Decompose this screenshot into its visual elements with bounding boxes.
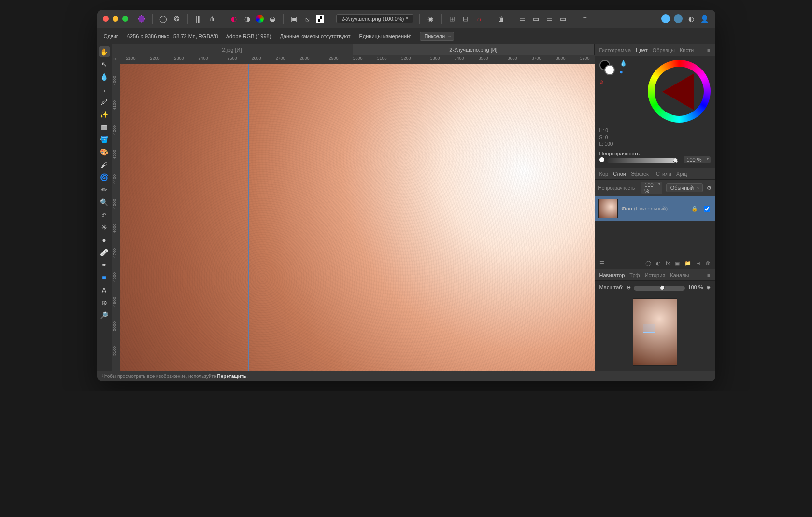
zoom-blur-tool[interactable]: 🔍	[99, 197, 110, 208]
color-swatch-pair[interactable]	[599, 60, 616, 76]
assistant-icon[interactable]: ❂	[172, 14, 182, 24]
blend-mode-select[interactable]: Обычный	[666, 183, 703, 192]
text-tool[interactable]: A	[99, 285, 110, 295]
document-tab[interactable]: 2.jpg [И]	[112, 44, 353, 55]
mode-3-icon[interactable]: ◐	[686, 14, 696, 24]
clone-tool[interactable]: ⎌	[99, 210, 110, 220]
arrange-4-icon[interactable]: ▭	[558, 14, 568, 24]
maximize-icon[interactable]	[122, 16, 128, 22]
tab-stock[interactable]: Хрщ	[676, 171, 687, 177]
panel-menu-icon[interactable]: ≡	[707, 272, 710, 278]
select-diag-icon[interactable]: ⧅	[303, 14, 313, 24]
hand-tool[interactable]: ✋	[99, 46, 110, 57]
marquee-tool[interactable]: ▦	[99, 122, 110, 132]
arrange-1-icon[interactable]: ▭	[518, 14, 527, 24]
tab-brushes[interactable]: Кисти	[680, 47, 694, 53]
document-title[interactable]: 2-Улучшено.png (100.0%) *	[336, 14, 413, 23]
blue-preset-icon[interactable]: ●	[620, 69, 627, 75]
trash-icon[interactable]: 🗑	[496, 14, 506, 24]
canvas[interactable]	[120, 64, 595, 371]
adjust-bw-icon[interactable]: ◑	[242, 14, 252, 24]
tab-history[interactable]: История	[645, 272, 666, 278]
tab-adjust[interactable]: Кор	[599, 171, 609, 177]
layer-opacity-value[interactable]: 100 %	[641, 182, 662, 194]
adjust-color-icon[interactable]	[256, 15, 264, 23]
quickmask-icon[interactable]: ◉	[426, 14, 435, 24]
close-icon[interactable]	[103, 16, 109, 22]
magic-wand-tool[interactable]: ✨	[99, 109, 110, 120]
tab-swatches[interactable]: Образцы	[653, 47, 675, 53]
vertical-guide[interactable]	[248, 64, 249, 371]
navigator-thumbnail[interactable]	[633, 298, 677, 366]
layer-visible-checkbox[interactable]	[704, 206, 710, 212]
tab-transform[interactable]: Трф	[629, 272, 640, 278]
mode-1-icon[interactable]	[661, 14, 670, 23]
align-2-icon[interactable]: ≣	[594, 14, 603, 24]
snap-edge-icon[interactable]: ⊟	[461, 14, 470, 24]
add-layer-icon[interactable]: ⊞	[696, 260, 700, 266]
mixer-brush-tool[interactable]: 🌀	[99, 172, 110, 182]
tab-histogram[interactable]: Гистограмма	[599, 47, 631, 53]
adjust-hsl-icon[interactable]: ◐	[229, 14, 239, 24]
color-picker-tool[interactable]: 💧	[99, 71, 110, 82]
panel-menu-icon[interactable]: ≡	[707, 47, 710, 53]
shape-tool[interactable]: ■	[99, 272, 110, 283]
color-wheel[interactable]	[648, 60, 711, 123]
magnet-icon[interactable]: ∩	[474, 14, 484, 24]
front-color-swatch[interactable]	[604, 65, 615, 75]
pencil-tool[interactable]: ✏	[99, 184, 110, 195]
minimize-icon[interactable]	[113, 16, 118, 22]
ruler-vertical[interactable]: 4000 4100 4200 4300 4400 4500 4600 4700 …	[112, 64, 120, 371]
mode-2-icon[interactable]	[674, 14, 683, 23]
inpaint-tool[interactable]: ✳	[99, 222, 110, 233]
mirror-icon[interactable]: |||	[194, 14, 203, 24]
fx-icon[interactable]: fx	[666, 260, 670, 266]
dodge-tool[interactable]: ●	[99, 235, 110, 245]
no-color-icon[interactable]: ⊘	[599, 79, 616, 84]
opacity-value[interactable]: 100 %	[684, 156, 710, 163]
color-triangle[interactable]	[662, 73, 694, 110]
select-rect-icon[interactable]: ▣	[289, 14, 299, 24]
heal-tool[interactable]: 🩹	[99, 247, 110, 258]
brush-tool[interactable]: 🖌	[99, 159, 110, 170]
selection-brush-tool[interactable]: 🖊	[99, 97, 110, 107]
layer-lock-icon[interactable]: 🔒	[691, 206, 698, 212]
arrange-3-icon[interactable]: ▭	[545, 14, 555, 24]
tab-styles[interactable]: Стили	[656, 171, 671, 177]
share-icon[interactable]: ⋔	[207, 14, 217, 24]
tab-navigator[interactable]: Навигатор	[599, 272, 625, 278]
adjustment-icon[interactable]: ◐	[656, 260, 661, 266]
opacity-slider[interactable]	[607, 158, 678, 163]
account-icon[interactable]: 👤	[700, 14, 710, 24]
tab-channels[interactable]: Каналы	[670, 272, 689, 278]
zoom-out-icon[interactable]: ⊖	[627, 284, 631, 291]
zoom-in-icon[interactable]: ⊕	[706, 284, 711, 291]
tab-color[interactable]: Цвет	[636, 47, 648, 53]
grid-icon[interactable]: ⊞	[447, 14, 457, 24]
zoom-tool[interactable]: 🔎	[99, 310, 110, 321]
crop-tool[interactable]: ⌟	[99, 84, 110, 95]
align-1-icon[interactable]: ≡	[580, 14, 590, 24]
adjust-levels-icon[interactable]: ◒	[268, 14, 277, 24]
zoom-slider[interactable]	[634, 286, 685, 291]
tab-effects[interactable]: Эффект	[631, 171, 651, 177]
ruler-horizontal[interactable]: px 2100 2200 2300 2400 2500 2600 2700 28…	[112, 55, 595, 64]
crop-mask-icon[interactable]: ▣	[675, 260, 680, 266]
folder-icon[interactable]: 📁	[684, 260, 691, 266]
trash-layer-icon[interactable]: 🗑	[705, 260, 711, 266]
layer-stack-icon[interactable]: ☰	[599, 260, 604, 266]
pen-tool[interactable]: ✒	[99, 260, 110, 270]
move-tool[interactable]: ↖	[99, 59, 110, 70]
mask-icon[interactable]: ◯	[645, 260, 651, 266]
persona-icon[interactable]: ◯	[158, 14, 168, 24]
layer-row[interactable]: Фон (Пиксельный) 🔒	[595, 196, 715, 221]
gradient-tool[interactable]: 🎨	[99, 147, 110, 157]
document-tab[interactable]: 2-Улучшено.png [И]	[353, 44, 595, 55]
gear-icon[interactable]: ⚙	[707, 185, 712, 191]
units-select[interactable]: Пиксели	[420, 32, 454, 41]
navigator-viewport[interactable]	[643, 324, 655, 333]
tab-layers[interactable]: Слои	[613, 171, 626, 177]
arrange-2-icon[interactable]: ▭	[531, 14, 541, 24]
flood-fill-tool[interactable]: 🪣	[99, 134, 110, 145]
select-mask-icon[interactable]: ▞	[316, 15, 324, 23]
